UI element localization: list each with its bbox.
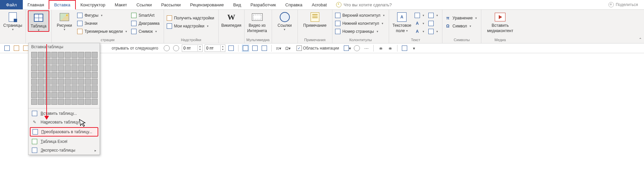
grid-cell[interactable] <box>92 79 98 85</box>
grid-cell[interactable] <box>38 79 44 85</box>
grid-cell[interactable] <box>78 79 84 85</box>
collapse-ribbon-button[interactable]: ⌃ <box>637 10 644 43</box>
qat-symbol-button[interactable]: Ω▾ <box>284 45 292 52</box>
grid-cell[interactable] <box>58 52 64 58</box>
grid-cell[interactable] <box>58 99 64 105</box>
menu-quick-tables[interactable]: Экспресс-таблицы ▸ <box>29 146 100 155</box>
grid-cell[interactable] <box>78 65 84 71</box>
grid-cell[interactable] <box>31 85 37 91</box>
grid-cell[interactable] <box>38 52 44 58</box>
wordart-button[interactable]: A▾ <box>414 20 426 27</box>
grid-cell[interactable] <box>38 72 44 78</box>
grid-cell[interactable] <box>38 85 44 91</box>
tab-developer[interactable]: Разработчик <box>246 0 281 9</box>
grid-cell[interactable] <box>92 99 98 105</box>
menu-excel-table[interactable]: Таблица Excel <box>29 137 100 146</box>
grid-cell[interactable] <box>92 92 98 98</box>
spin-up-icon[interactable]: ▲ <box>198 45 202 48</box>
shapes-button[interactable]: Фигуры▾ <box>76 12 129 19</box>
wikipedia-button[interactable]: W Википедия <box>221 10 242 28</box>
pages-button[interactable]: Страницы ▾ <box>2 10 23 30</box>
object-button[interactable]: ▾ <box>428 28 440 35</box>
grid-cell[interactable] <box>71 59 77 65</box>
spin-down-icon[interactable]: ▼ <box>198 48 202 51</box>
grid-cell[interactable] <box>85 65 91 71</box>
grid-cell[interactable] <box>45 79 51 85</box>
grid-cell[interactable] <box>85 52 91 58</box>
grid-cell[interactable] <box>65 72 71 78</box>
quickparts-button[interactable]: ▾ <box>414 12 426 19</box>
spacing-after-spinner[interactable]: ▲▼ <box>205 45 225 52</box>
grid-cell[interactable] <box>85 59 91 65</box>
grid-cell[interactable] <box>45 59 51 65</box>
qat-readmode-button[interactable] <box>242 45 249 52</box>
grid-cell[interactable] <box>78 72 84 78</box>
textbox-button[interactable]: A Текстовое поле▾ <box>391 10 413 33</box>
my-addins-button[interactable]: Мои надстройки▾ <box>166 22 216 30</box>
grid-cell[interactable] <box>31 99 37 105</box>
grid-cell[interactable] <box>31 79 37 85</box>
comment-button[interactable]: Примечание <box>300 10 330 28</box>
qat-circle2[interactable] <box>172 45 180 52</box>
grid-cell[interactable] <box>58 72 64 78</box>
grid-cell[interactable] <box>85 79 91 85</box>
footer-button[interactable]: Нижний колонтитул▾ <box>334 20 387 27</box>
qat-grid-button[interactable]: ▾ <box>344 45 351 52</box>
grid-cell[interactable] <box>92 59 98 65</box>
pictures-button[interactable]: Рисунки ▾ <box>54 10 75 30</box>
spacing-before-spinner[interactable]: ▲▼ <box>182 45 203 52</box>
grid-cell[interactable] <box>65 85 71 91</box>
grid-cell[interactable] <box>38 59 44 65</box>
menu-convert-to-table[interactable]: Преобразовать в таблицу... <box>30 127 98 137</box>
grid-cell[interactable] <box>45 92 51 98</box>
qat-equation-button[interactable]: π▾ <box>275 45 282 52</box>
qat-circle1[interactable] <box>163 45 170 52</box>
grid-cell[interactable] <box>51 59 57 65</box>
grid-cell[interactable] <box>65 92 71 98</box>
grid-cell[interactable] <box>92 52 98 58</box>
grid-cell[interactable] <box>92 85 98 91</box>
grid-cell[interactable] <box>38 92 44 98</box>
grid-cell[interactable] <box>92 72 98 78</box>
pagenum-button[interactable]: Номер страницы▾ <box>334 28 387 35</box>
grid-cell[interactable] <box>85 99 91 105</box>
grid-cell[interactable] <box>31 65 37 71</box>
grid-cell[interactable] <box>38 65 44 71</box>
grid-cell[interactable] <box>71 92 77 98</box>
grid-cell[interactable] <box>65 52 71 58</box>
qat-more-button[interactable]: ▾ <box>410 45 418 52</box>
grid-cell[interactable] <box>51 92 57 98</box>
grid-cell[interactable] <box>45 99 51 105</box>
spacing-after-input[interactable] <box>205 45 220 51</box>
table-button[interactable]: Таблица ▾ <box>28 10 49 32</box>
grid-cell[interactable] <box>45 52 51 58</box>
grid-cell[interactable] <box>71 65 77 71</box>
grid-cell[interactable] <box>71 79 77 85</box>
qat-tree1-button[interactable]: ⩩ <box>377 45 384 52</box>
chart-button[interactable]: Диаграмма <box>130 20 161 27</box>
symbol-button[interactable]: ΩСимвол▾ <box>444 22 479 30</box>
qat-open-button[interactable] <box>13 45 20 52</box>
qat-new-button[interactable] <box>3 45 11 52</box>
grid-cell[interactable] <box>65 99 71 105</box>
grid-cell[interactable] <box>51 85 57 91</box>
grid-cell[interactable] <box>45 85 51 91</box>
share-button[interactable]: Поделиться <box>608 0 644 9</box>
spin-up-icon[interactable]: ▲ <box>220 45 225 48</box>
qat-dots-button[interactable]: ⋯ <box>363 45 370 52</box>
grid-cell[interactable] <box>51 72 57 78</box>
grid-cell[interactable] <box>51 52 57 58</box>
grid-cell[interactable] <box>31 52 37 58</box>
tab-references[interactable]: Ссылки <box>132 0 157 9</box>
grid-cell[interactable] <box>58 59 64 65</box>
grid-cell[interactable] <box>58 85 64 91</box>
grid-cell[interactable] <box>45 65 51 71</box>
grid-cell[interactable] <box>65 59 71 65</box>
grid-cell[interactable] <box>31 59 37 65</box>
qat-tree2-button[interactable]: ⩩ <box>386 45 394 52</box>
grid-cell[interactable] <box>65 65 71 71</box>
grid-cell[interactable] <box>78 85 84 91</box>
qat-weblayout-button[interactable] <box>261 45 268 52</box>
insert-media-button[interactable]: Вставить медиаконтент <box>483 10 517 33</box>
tab-design[interactable]: Конструктор <box>76 0 110 9</box>
